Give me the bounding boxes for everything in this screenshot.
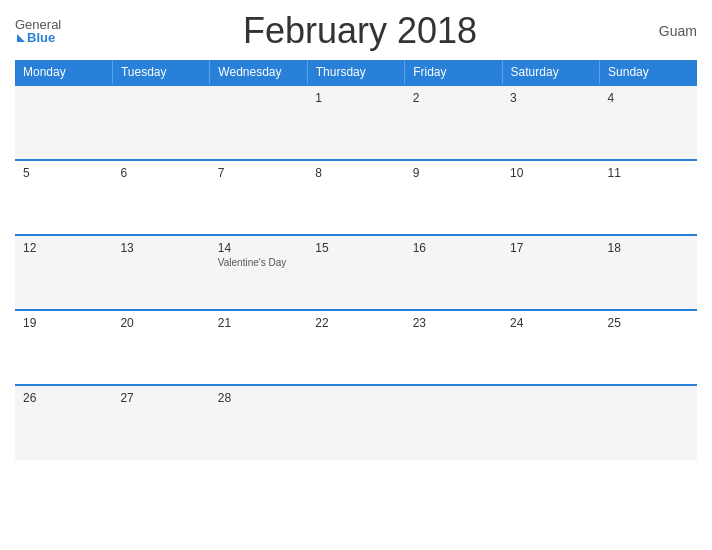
day-number: 13 [120, 241, 201, 255]
logo: General Blue [15, 18, 61, 44]
table-row: 10 [502, 160, 599, 235]
day-number: 7 [218, 166, 299, 180]
calendar-week-3: 121314Valentine's Day15161718 [15, 235, 697, 310]
day-number: 3 [510, 91, 591, 105]
day-number: 20 [120, 316, 201, 330]
day-number: 23 [413, 316, 494, 330]
col-monday: Monday [15, 60, 112, 85]
table-row: 27 [112, 385, 209, 460]
day-number: 21 [218, 316, 299, 330]
table-row: 3 [502, 85, 599, 160]
table-row: 6 [112, 160, 209, 235]
day-number: 12 [23, 241, 104, 255]
table-row: 13 [112, 235, 209, 310]
table-row: 16 [405, 235, 502, 310]
country-label: Guam [659, 23, 697, 39]
day-number: 15 [315, 241, 396, 255]
calendar-table: Monday Tuesday Wednesday Thursday Friday… [15, 60, 697, 460]
table-row: 14Valentine's Day [210, 235, 307, 310]
table-row: 19 [15, 310, 112, 385]
day-number: 2 [413, 91, 494, 105]
table-row: 18 [600, 235, 697, 310]
col-friday: Friday [405, 60, 502, 85]
day-number: 4 [608, 91, 689, 105]
day-number: 17 [510, 241, 591, 255]
calendar-header: General Blue February 2018 Guam [15, 10, 697, 52]
day-number: 5 [23, 166, 104, 180]
table-row: 5 [15, 160, 112, 235]
table-row: 22 [307, 310, 404, 385]
day-number: 22 [315, 316, 396, 330]
table-row: 9 [405, 160, 502, 235]
table-row: 23 [405, 310, 502, 385]
table-row: 26 [15, 385, 112, 460]
table-row: 11 [600, 160, 697, 235]
table-row [15, 85, 112, 160]
day-number: 10 [510, 166, 591, 180]
calendar-header-row: Monday Tuesday Wednesday Thursday Friday… [15, 60, 697, 85]
day-number: 6 [120, 166, 201, 180]
calendar-week-4: 19202122232425 [15, 310, 697, 385]
table-row: 21 [210, 310, 307, 385]
day-number: 26 [23, 391, 104, 405]
day-number: 19 [23, 316, 104, 330]
calendar-week-2: 567891011 [15, 160, 697, 235]
table-row [405, 385, 502, 460]
day-number: 18 [608, 241, 689, 255]
logo-blue-text: Blue [27, 31, 55, 44]
calendar-week-5: 262728 [15, 385, 697, 460]
calendar-week-1: 1234 [15, 85, 697, 160]
day-number: 11 [608, 166, 689, 180]
table-row: 12 [15, 235, 112, 310]
table-row: 17 [502, 235, 599, 310]
day-number: 14 [218, 241, 299, 255]
table-row: 7 [210, 160, 307, 235]
logo-triangle-icon [17, 34, 25, 42]
table-row [600, 385, 697, 460]
col-saturday: Saturday [502, 60, 599, 85]
day-event: Valentine's Day [218, 257, 286, 268]
table-row: 4 [600, 85, 697, 160]
col-wednesday: Wednesday [210, 60, 307, 85]
col-tuesday: Tuesday [112, 60, 209, 85]
table-row [502, 385, 599, 460]
col-thursday: Thursday [307, 60, 404, 85]
day-number: 28 [218, 391, 299, 405]
day-number: 16 [413, 241, 494, 255]
day-number: 8 [315, 166, 396, 180]
table-row [112, 85, 209, 160]
table-row: 25 [600, 310, 697, 385]
table-row: 15 [307, 235, 404, 310]
table-row [307, 385, 404, 460]
day-number: 25 [608, 316, 689, 330]
table-row: 28 [210, 385, 307, 460]
table-row: 8 [307, 160, 404, 235]
table-row: 2 [405, 85, 502, 160]
col-sunday: Sunday [600, 60, 697, 85]
day-number: 9 [413, 166, 494, 180]
page-title: February 2018 [243, 10, 477, 52]
table-row: 24 [502, 310, 599, 385]
day-number: 24 [510, 316, 591, 330]
calendar-page: General Blue February 2018 Guam Monday T… [0, 0, 712, 550]
table-row: 1 [307, 85, 404, 160]
table-row [210, 85, 307, 160]
day-number: 27 [120, 391, 201, 405]
table-row: 20 [112, 310, 209, 385]
day-number: 1 [315, 91, 396, 105]
